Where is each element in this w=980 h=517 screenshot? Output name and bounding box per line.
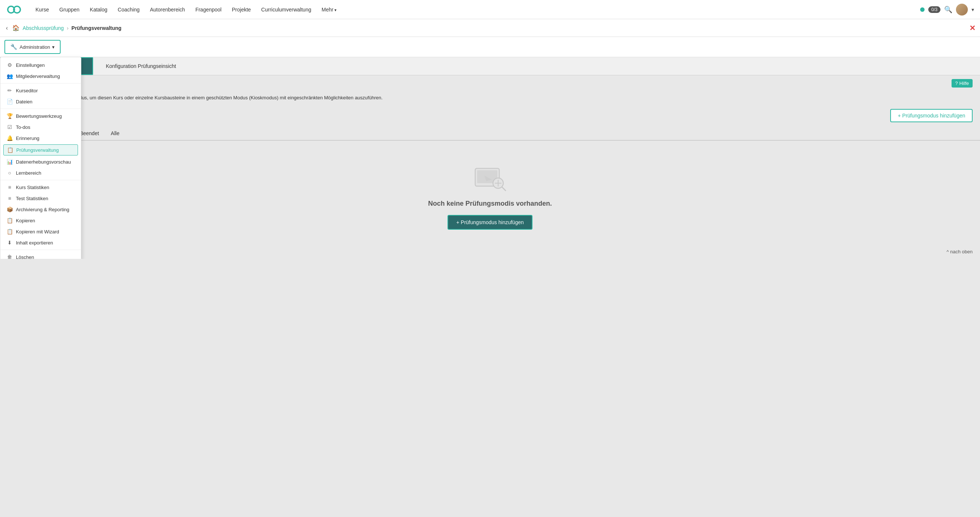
- dropdown-section-5: 🗑 Löschen: [0, 250, 81, 259]
- test-stats-icon: ≡: [6, 195, 13, 201]
- dropdown-pruefungsverwaltung[interactable]: 📋 Prüfungsverwaltung: [3, 144, 78, 155]
- dropdown-item-label: Einstellungen: [16, 62, 45, 68]
- admin-arrow-icon: ▾: [52, 44, 55, 50]
- breadcrumb-close[interactable]: ✕: [969, 24, 975, 32]
- dropdown-item-label: Löschen: [16, 254, 34, 259]
- breadcrumb-home-icon[interactable]: 🏠: [12, 24, 19, 32]
- dropdown-item-label: Erinnerung: [16, 136, 40, 141]
- administration-button[interactable]: 🔧 Administration ▾: [5, 40, 60, 54]
- empty-illustration: [471, 163, 509, 192]
- status-indicator: [920, 7, 924, 12]
- content-panel: ? Hilfe Konfiguration für den Prüfungsmo…: [0, 75, 980, 244]
- dropdown-mitgliederverwaltung[interactable]: 👥 Mitgliederverwaltung: [0, 71, 81, 82]
- nav-katalog[interactable]: Katalog: [85, 5, 111, 15]
- stats-icon: ≡: [6, 184, 13, 190]
- dropdown-item-label: Kopieren mit Wizard: [16, 229, 59, 235]
- logo[interactable]: [6, 5, 22, 15]
- dropdown-einstellungen[interactable]: ⚙ Einstellungen: [0, 59, 81, 71]
- empty-state: Noch keine Prüfungsmodis vorhanden. + Pr…: [0, 141, 980, 244]
- help-label: Hilfe: [959, 81, 969, 86]
- nav-coaching[interactable]: Coaching: [113, 5, 144, 15]
- page-header-row: ? Hilfe: [0, 75, 980, 90]
- nav-kurse[interactable]: Kurse: [31, 5, 54, 15]
- dropdown-section-2: ✏ Kurseditor 📄 Dateien: [0, 83, 81, 107]
- dropdown-kopieren[interactable]: 📋 Kopieren: [0, 215, 81, 226]
- dropdown-item-label: Prüfungsverwaltung: [16, 147, 59, 153]
- dropdown-item-label: Lernbereich: [16, 170, 41, 176]
- dropdown-loeschen[interactable]: 🗑 Löschen: [0, 252, 81, 259]
- admin-toolbar: 🔧 Administration ▾ ⚙ Einstellungen 👥 Mit…: [0, 37, 980, 57]
- bell-icon: 🔔: [6, 135, 13, 141]
- export-icon: ⬇: [6, 239, 13, 246]
- description-text: Konfiguration für den Prüfungsmodus, um …: [0, 90, 980, 108]
- dropdown-bewertungswerkzeug[interactable]: 🏆 Bewertungswerkzeug: [0, 110, 81, 122]
- dropdown-item-label: Inhalt exportieren: [16, 240, 53, 246]
- dropdown-section-4: ≡ Kurs Statistiken ≡ Test Statistiken 📦 …: [0, 180, 81, 248]
- nav-autorenbereich[interactable]: Autorenbereich: [146, 5, 189, 15]
- copy-icon: 📋: [6, 217, 13, 224]
- breadcrumb: ‹ 🏠 Abschlussprüfung › Prüfungsverwaltun…: [0, 19, 980, 37]
- members-icon: 👥: [6, 73, 13, 79]
- dropdown-item-label: Bewertungswerkzeug: [16, 113, 62, 119]
- nav-links: Kurse Gruppen Katalog Coaching Autorenbe…: [31, 5, 920, 15]
- breadcrumb-parent[interactable]: Abschlussprüfung: [22, 25, 64, 31]
- dropdown-section-1: ⚙ Einstellungen 👥 Mitgliederverwaltung: [0, 59, 81, 82]
- breadcrumb-back[interactable]: ‹: [5, 23, 9, 33]
- action-row: + Prüfungsmodus hinzufügen: [0, 108, 980, 127]
- dropdown-kopieren-wizard[interactable]: 📋 Kopieren mit Wizard: [0, 226, 81, 237]
- nav-gruppen[interactable]: Gruppen: [55, 5, 84, 15]
- help-badge[interactable]: ? Hilfe: [951, 79, 973, 87]
- archive-icon: 📦: [6, 206, 13, 213]
- admin-dropdown-menu: ⚙ Einstellungen 👥 Mitgliederverwaltung ✏…: [0, 57, 81, 259]
- trophy-icon: 🏆: [6, 113, 13, 119]
- sub-tab-alle[interactable]: Alle: [110, 127, 121, 141]
- user-menu-arrow[interactable]: ▾: [972, 6, 974, 13]
- dropdown-item-label: Datenerhebungsvorschau: [16, 159, 71, 165]
- admin-label: Administration: [19, 44, 50, 50]
- add-pruefungsmodus-button-top[interactable]: + Prüfungsmodus hinzufügen: [890, 109, 973, 122]
- search-icon[interactable]: 🔍: [944, 6, 952, 14]
- lernbereich-icon: ○: [6, 170, 13, 176]
- help-icon: ?: [955, 81, 958, 86]
- dropdown-item-label: Mitgliederverwaltung: [16, 73, 60, 79]
- dropdown-datenerhebung[interactable]: 📊 Datenerhebungsvorschau: [0, 156, 81, 167]
- breadcrumb-current: Prüfungsverwaltung: [71, 25, 121, 31]
- avatar[interactable]: [956, 4, 968, 16]
- nav-fragenpool[interactable]: Fragenpool: [191, 5, 226, 15]
- nav-projekte[interactable]: Projekte: [227, 5, 255, 15]
- task-badge[interactable]: 0/3: [928, 6, 940, 13]
- dropdown-item-label: To-dos: [16, 124, 30, 130]
- top-navigation: Kurse Gruppen Katalog Coaching Autorenbe…: [0, 0, 980, 19]
- pruefung-icon: 📋: [6, 147, 13, 153]
- dropdown-test-statistiken[interactable]: ≡ Test Statistiken: [0, 193, 81, 204]
- data-icon: 📊: [6, 159, 13, 165]
- dropdown-item-label: Test Statistiken: [16, 196, 48, 201]
- tab-konfiguration-pruefungseinsicht[interactable]: Konfiguration Prüfungseinsicht: [93, 57, 188, 75]
- copy-wizard-icon: 📋: [6, 228, 13, 235]
- svg-line-7: [502, 187, 506, 190]
- dropdown-item-label: Kopieren: [16, 218, 35, 224]
- sub-tabs: Laufend Nachlaufzeit Beendet Alle: [0, 127, 980, 141]
- back-to-top[interactable]: ^ nach oben: [0, 244, 980, 259]
- wrench-icon: 🔧: [10, 44, 18, 50]
- nav-curriculum[interactable]: Curriculumverwaltung: [257, 5, 316, 15]
- dropdown-todos[interactable]: ☑ To-dos: [0, 122, 81, 133]
- settings-icon: ⚙: [6, 62, 13, 68]
- dropdown-archivierung[interactable]: 📦 Archivierung & Reporting: [0, 204, 81, 215]
- dropdown-inhalt-exportieren[interactable]: ⬇ Inhalt exportieren: [0, 237, 81, 248]
- breadcrumb-separator: ›: [67, 25, 69, 31]
- dropdown-erinnerung[interactable]: 🔔 Erinnerung: [0, 133, 81, 144]
- nav-mehr[interactable]: Mehr: [317, 5, 341, 15]
- dropdown-kurseditor[interactable]: ✏ Kurseditor: [0, 85, 81, 96]
- dropdown-dateien[interactable]: 📄 Dateien: [0, 96, 81, 107]
- empty-state-title: Noch keine Prüfungsmodis vorhanden.: [428, 200, 552, 208]
- dropdown-kurs-statistiken[interactable]: ≡ Kurs Statistiken: [0, 182, 81, 193]
- trash-icon: 🗑: [6, 254, 13, 259]
- kurseditor-icon: ✏: [6, 87, 13, 94]
- sub-tab-beendet[interactable]: Beendet: [78, 127, 100, 141]
- dropdown-lernbereich[interactable]: ○ Lernbereich: [0, 167, 81, 178]
- dropdown-section-3: 🏆 Bewertungswerkzeug ☑ To-dos 🔔 Erinneru…: [0, 109, 81, 178]
- dropdown-item-label: Dateien: [16, 99, 32, 105]
- add-pruefungsmodus-button-center[interactable]: + Prüfungsmodus hinzufügen: [447, 215, 533, 230]
- dropdown-item-label: Kurs Statistiken: [16, 185, 49, 190]
